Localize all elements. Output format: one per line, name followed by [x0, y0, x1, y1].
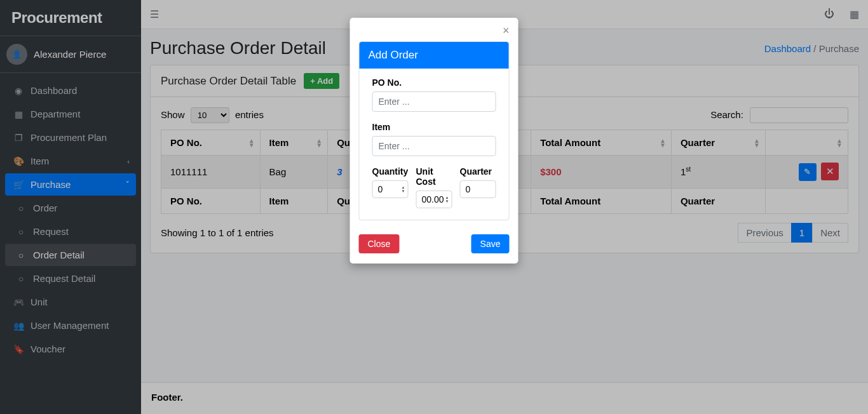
qty-label: Quantity [372, 166, 409, 177]
add-order-modal: × Add Order PO No. Item Quantity 0▲▼ [350, 18, 519, 264]
spinner-icon[interactable]: ▲▼ [402, 185, 405, 193]
modal-title: Add Order [360, 42, 509, 69]
close-button[interactable]: Close [359, 234, 400, 253]
quantity-stepper[interactable]: 0▲▼ [372, 180, 409, 198]
po-label: PO No. [372, 77, 496, 88]
close-icon[interactable]: × [503, 24, 510, 37]
quarter-input[interactable]: 0 [460, 180, 496, 198]
save-button[interactable]: Save [471, 234, 510, 253]
spinner-icon[interactable]: ▲▼ [445, 196, 449, 203]
cost-label: Unit Cost [416, 166, 452, 187]
quarter-label: Quarter [460, 166, 496, 177]
item-input[interactable] [372, 136, 496, 156]
unit-cost-stepper[interactable]: 00.00▲▼ [416, 190, 452, 208]
po-input[interactable] [372, 91, 496, 112]
item-label: Item [372, 122, 496, 132]
